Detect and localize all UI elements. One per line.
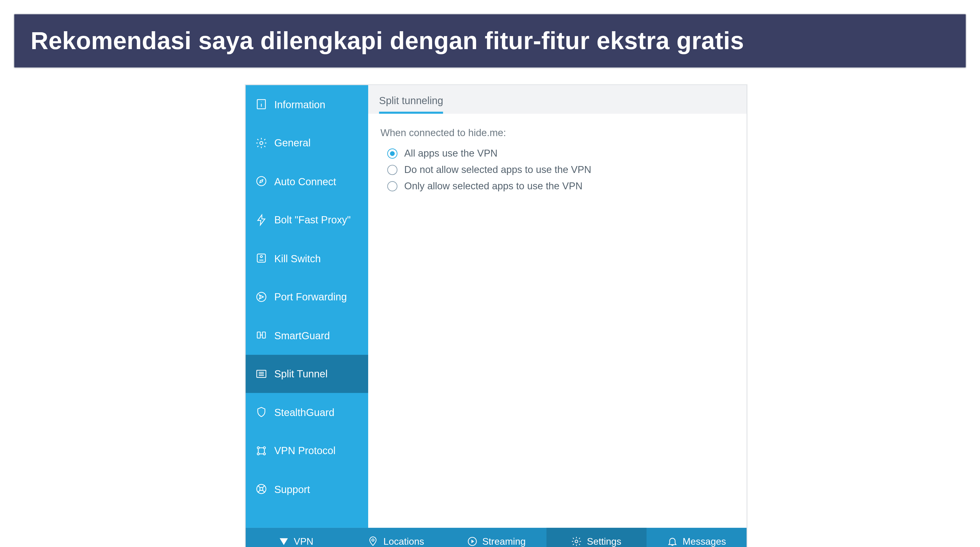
sidebar-item-support[interactable]: Support xyxy=(246,470,368,509)
sidebar-item-label: Bolt "Fast Proxy" xyxy=(274,214,351,225)
sidebar-item-label: Port Forwarding xyxy=(274,291,347,302)
nav-label: Streaming xyxy=(482,536,526,547)
smartguard-icon xyxy=(255,329,267,341)
radio-option-deny-selected[interactable]: Do not allow selected apps to use the VP… xyxy=(380,161,734,178)
forward-icon xyxy=(255,291,267,303)
sidebar-item-label: Auto Connect xyxy=(274,175,336,187)
radio-button-icon xyxy=(387,148,398,158)
svg-rect-12 xyxy=(262,332,266,338)
nav-label: Locations xyxy=(383,536,424,547)
svg-point-4 xyxy=(257,177,266,186)
svg-line-28 xyxy=(258,486,260,488)
svg-point-33 xyxy=(372,539,374,541)
sidebar-item-label: StealthGuard xyxy=(274,406,334,418)
pin-icon xyxy=(368,536,379,547)
svg-line-31 xyxy=(258,490,260,493)
svg-point-19 xyxy=(263,447,266,448)
content-pane: Split tunneling When connected to hide.m… xyxy=(368,85,746,528)
svg-marker-5 xyxy=(260,180,263,183)
tab-split-tunneling[interactable]: Split tunneling xyxy=(379,95,443,114)
sidebar-item-label: Kill Switch xyxy=(274,252,321,264)
svg-point-10 xyxy=(257,292,266,301)
nav-label: Messages xyxy=(682,536,726,547)
switch-icon xyxy=(255,252,267,265)
banner: Rekomendasi saya dilengkapi dengan fitur… xyxy=(14,14,966,68)
sidebar: Information General Auto Connect Bolt "F… xyxy=(246,85,368,528)
svg-point-27 xyxy=(260,488,263,491)
support-icon xyxy=(255,483,267,495)
protocol-icon xyxy=(255,444,267,457)
svg-line-29 xyxy=(262,490,265,493)
window-body: Information General Auto Connect Bolt "F… xyxy=(246,85,746,528)
radio-option-all-apps[interactable]: All apps use the VPN xyxy=(380,145,734,161)
svg-point-21 xyxy=(263,453,266,455)
sidebar-item-vpn-protocol[interactable]: VPN Protocol xyxy=(246,431,368,470)
nav-item-settings[interactable]: Settings xyxy=(546,528,646,547)
svg-rect-11 xyxy=(257,332,260,338)
nav-label: VPN xyxy=(294,536,313,547)
radio-option-allow-selected[interactable]: Only allow selected apps to use the VPN xyxy=(380,178,734,194)
sidebar-item-label: SmartGuard xyxy=(274,330,330,341)
svg-line-30 xyxy=(262,486,265,488)
bottom-nav: VPN Locations Streaming Settings Message… xyxy=(246,528,746,547)
svg-point-20 xyxy=(257,453,259,455)
svg-point-18 xyxy=(257,447,259,448)
sidebar-item-label: Split Tunnel xyxy=(274,368,328,380)
sidebar-item-kill-switch[interactable]: Kill Switch xyxy=(246,239,368,277)
vpn-icon xyxy=(278,536,289,547)
sidebar-item-information[interactable]: Information xyxy=(246,85,368,124)
sidebar-item-general[interactable]: General xyxy=(246,124,368,162)
content-header: Split tunneling xyxy=(368,85,746,114)
radio-label: Do not allow selected apps to use the VP… xyxy=(404,164,591,175)
sidebar-item-stealthguard[interactable]: StealthGuard xyxy=(246,393,368,431)
svg-point-3 xyxy=(260,141,263,144)
sidebar-item-smartguard[interactable]: SmartGuard xyxy=(246,316,368,354)
radio-button-icon xyxy=(387,164,398,175)
radio-button-icon xyxy=(387,181,398,191)
compass-icon xyxy=(255,175,267,188)
sidebar-item-bolt[interactable]: Bolt "Fast Proxy" xyxy=(246,201,368,239)
sidebar-item-label: Support xyxy=(274,483,310,495)
gear-icon xyxy=(255,137,267,149)
svg-marker-6 xyxy=(258,215,265,225)
content-body: When connected to hide.me: All apps use … xyxy=(368,114,746,208)
sidebar-item-split-tunnel[interactable]: Split Tunnel xyxy=(246,354,368,393)
sidebar-item-label: General xyxy=(274,137,311,149)
prompt-text: When connected to hide.me: xyxy=(380,128,734,139)
play-icon xyxy=(467,536,477,547)
sidebar-item-auto-connect[interactable]: Auto Connect xyxy=(246,162,368,201)
sidebar-item-port-forwarding[interactable]: Port Forwarding xyxy=(246,277,368,316)
svg-point-36 xyxy=(575,540,578,543)
info-icon xyxy=(255,98,267,110)
shield-icon xyxy=(255,406,267,418)
sidebar-item-label: Information xyxy=(274,99,326,110)
nav-item-vpn[interactable]: VPN xyxy=(246,528,346,547)
svg-marker-32 xyxy=(280,538,288,545)
radio-label: All apps use the VPN xyxy=(404,148,498,159)
split-tunnel-icon xyxy=(255,368,267,380)
svg-marker-35 xyxy=(471,540,474,543)
svg-point-8 xyxy=(260,256,262,258)
app-window: Information General Auto Connect Bolt "F… xyxy=(245,85,747,547)
nav-item-locations[interactable]: Locations xyxy=(346,528,446,547)
bolt-icon xyxy=(255,214,267,226)
nav-item-messages[interactable]: Messages xyxy=(646,528,746,547)
cog-icon xyxy=(571,536,582,547)
nav-item-streaming[interactable]: Streaming xyxy=(446,528,546,547)
sidebar-item-label: VPN Protocol xyxy=(274,445,336,456)
bell-icon xyxy=(667,536,678,547)
banner-text: Rekomendasi saya dilengkapi dengan fitur… xyxy=(31,27,744,55)
nav-label: Settings xyxy=(587,536,622,547)
radio-label: Only allow selected apps to use the VPN xyxy=(404,180,582,191)
